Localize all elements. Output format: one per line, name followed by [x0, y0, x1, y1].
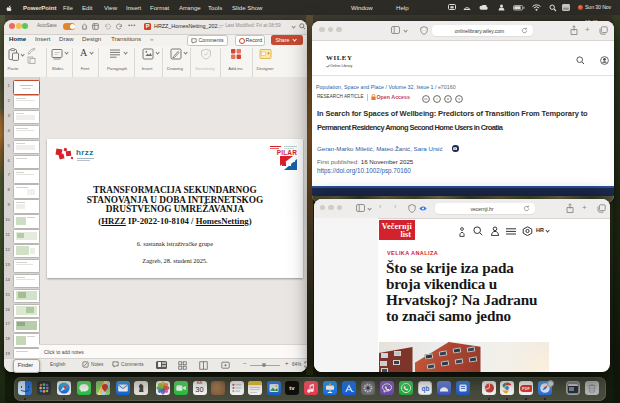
svg-text:s: s: [458, 97, 460, 101]
svg-text:cc: cc: [424, 97, 428, 101]
svg-text:o: o: [447, 97, 449, 101]
svg-text:i: i: [437, 97, 438, 101]
